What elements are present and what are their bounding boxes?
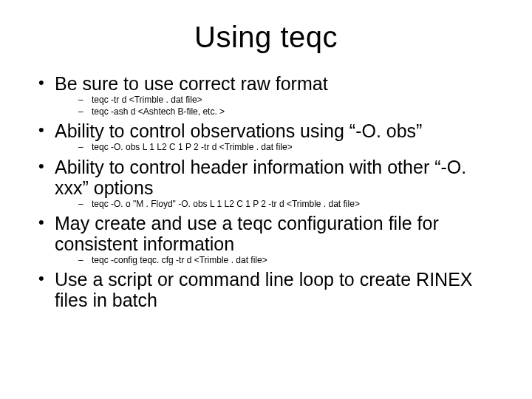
bullet-text: Ability to control observations using “-… — [55, 120, 422, 141]
sub-bullet-list: teqc -config teqc. cfg -tr d <Trimble . … — [77, 254, 502, 266]
sub-bullet-item: teqc -config teqc. cfg -tr d <Trimble . … — [77, 254, 502, 266]
bullet-text: Ability to control header information wi… — [55, 157, 466, 198]
sub-bullet-item: teqc -ash d <Ashtech B-file, etc. > — [77, 106, 502, 117]
bullet-text: Use a script or command line loop to cre… — [55, 269, 473, 310]
sub-bullet-item: teqc -O. obs L 1 L2 C 1 P 2 -tr d <Trimb… — [77, 141, 502, 153]
bullet-text: May create and use a teqc configuration … — [55, 213, 439, 254]
bullet-item: Be sure to use correct raw format teqc -… — [35, 73, 502, 117]
slide-title: Using teqc — [30, 21, 502, 54]
sub-bullet-list: teqc -O. o "M . Floyd" -O. obs L 1 L2 C … — [77, 198, 502, 210]
bullet-item: Ability to control header information wi… — [35, 157, 502, 210]
bullet-item: May create and use a teqc configuration … — [35, 213, 502, 266]
bullet-text: Be sure to use correct raw format — [55, 73, 328, 94]
slide: Using teqc Be sure to use correct raw fo… — [0, 0, 532, 399]
sub-bullet-item: teqc -O. o "M . Floyd" -O. obs L 1 L2 C … — [77, 198, 502, 210]
sub-bullet-list: teqc -O. obs L 1 L2 C 1 P 2 -tr d <Trimb… — [77, 141, 502, 153]
bullet-item: Ability to control observations using “-… — [35, 120, 502, 153]
sub-bullet-item: teqc -tr d <Trimble . dat file> — [77, 94, 502, 106]
sub-bullet-list: teqc -tr d <Trimble . dat file> teqc -as… — [77, 94, 502, 117]
bullet-list: Be sure to use correct raw format teqc -… — [35, 73, 502, 310]
bullet-item: Use a script or command line loop to cre… — [35, 269, 502, 310]
